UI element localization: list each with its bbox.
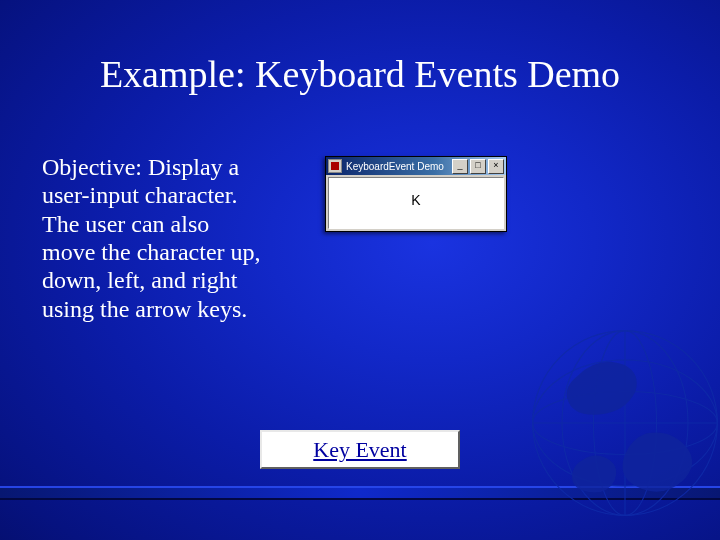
key-event-button[interactable]: Key Event [260,430,460,469]
minimize-button[interactable]: _ [452,159,468,174]
window-title: KeyboardEvent Demo [346,161,452,172]
window-client-area: K [328,177,504,229]
slide-title: Example: Keyboard Events Demo [0,52,720,96]
window-icon [328,159,342,173]
window-buttons: _ □ × [452,159,504,174]
globe-icon [520,318,720,528]
close-button[interactable]: × [488,159,504,174]
objective-text: Objective: Display a user-input characte… [42,153,267,323]
app-window: KeyboardEvent Demo _ □ × K [325,156,507,232]
slide: Example: Keyboard Events Demo Objective:… [0,0,720,540]
key-event-button-label: Key Event [313,437,406,462]
displayed-character: K [329,192,503,208]
window-titlebar: KeyboardEvent Demo _ □ × [326,157,506,175]
maximize-button[interactable]: □ [470,159,486,174]
